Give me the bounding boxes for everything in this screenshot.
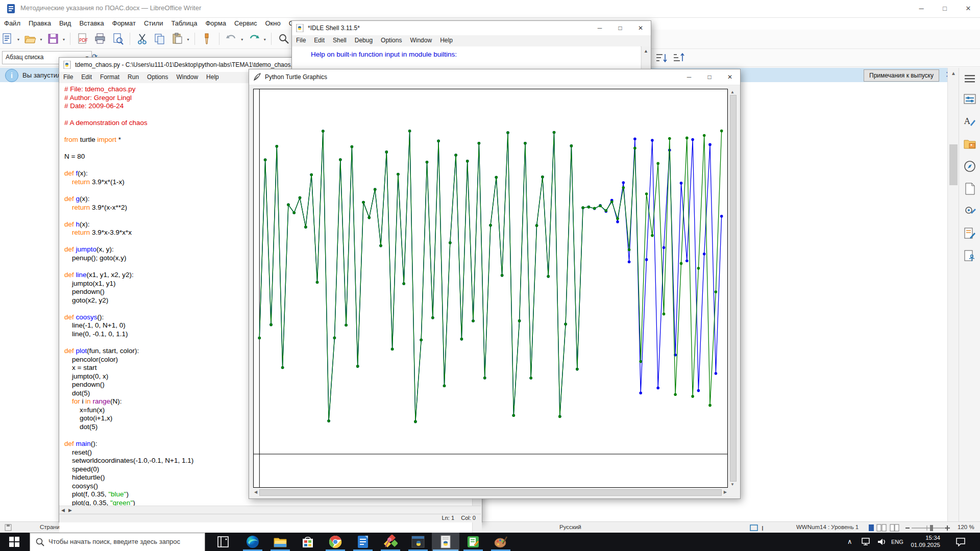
accessibility-check-icon[interactable] [963,249,976,263]
scroll-up-icon[interactable]: ▲ [730,90,734,94]
cut-icon[interactable] [135,32,150,46]
copy-icon[interactable] [153,32,167,46]
idle-menu-2[interactable]: Shell [329,35,351,45]
turtle-minimize-button[interactable]: ─ [679,69,699,85]
taskbar-app-file-explorer[interactable] [266,533,294,551]
idle-menu-3[interactable]: Debug [351,35,377,45]
writer-menu-1[interactable]: Правка [24,18,55,29]
scrollbar-thumb[interactable] [730,95,737,482]
navigator-icon[interactable] [963,160,976,173]
print-preview-icon[interactable] [111,32,125,46]
turtle-titlebar[interactable]: Python Turtle Graphics ─ □ ✕ [249,69,740,85]
idle-scrollbar[interactable]: ▲ [641,46,651,69]
turtle-close-button[interactable]: ✕ [720,69,740,85]
editor-menu-5[interactable]: Window [172,72,202,82]
idle-titlebar[interactable]: *IDLE Shell 3.11.5* ─ □ ✕ [292,21,651,36]
writer-menu-4[interactable]: Формат [108,18,140,29]
sort-ascending-icon[interactable] [655,52,668,64]
status-list-level[interactable]: WWNum14 : Уровень 1 [796,524,859,530]
action-center-icon[interactable] [955,537,966,546]
scroll-up-icon[interactable]: ▲ [644,48,648,54]
scroll-left-icon[interactable]: ◀ [61,508,65,513]
writer-menu-5[interactable]: Стили [140,18,167,29]
taskbar-app-python-console[interactable] [404,533,432,551]
taskbar-app-idle-editor[interactable] [432,533,459,551]
writer-menu-2[interactable]: Вид [55,18,76,29]
export-pdf-icon[interactable]: PDF [76,32,90,46]
idle-menu-6[interactable]: Help [436,35,457,45]
writer-minimize-button[interactable]: ─ [910,0,933,17]
save-icon[interactable]: ▾ [46,32,65,46]
editor-menu-3[interactable]: Run [124,72,143,82]
editor-menu-2[interactable]: Format [96,72,124,82]
scrollbar-thumb[interactable] [259,489,722,496]
idle-shell-content[interactable]: Help on built-in function input in modul… [292,46,641,69]
writer-close-button[interactable]: ✕ [957,0,980,17]
writer-menu-6[interactable]: Таблица [167,18,201,29]
taskbar-app-chrome[interactable] [322,533,349,551]
idle-menu-5[interactable]: Window [406,35,436,45]
page-icon[interactable] [963,182,976,195]
style-inspector-icon[interactable] [963,205,976,218]
sidebar-settings-icon[interactable] [963,72,976,85]
taskbar-app-edge[interactable] [239,533,266,551]
idle-menu-0[interactable]: File [292,35,310,45]
editor-horizontal-scrollbar[interactable]: ◀ ▶ [59,506,481,514]
task-view-button[interactable] [209,533,237,551]
taskbar-search[interactable]: Чтобы начать поиск, введите здесь запрос [30,533,205,551]
turtle-canvas[interactable] [253,89,728,488]
writer-menu-3[interactable]: Вставка [75,18,108,29]
writer-menu-8[interactable]: Сервис [230,18,261,29]
taskbar-app-store[interactable] [294,533,322,551]
scroll-up-icon[interactable]: ▲ [949,70,958,76]
network-icon[interactable] [862,538,872,546]
scroll-left-icon[interactable]: ◀ [254,490,257,494]
editor-menu-6[interactable]: Help [202,72,223,82]
editor-menu-0[interactable]: File [59,72,77,82]
writer-menu-7[interactable]: Форма [201,18,230,29]
zoom-slider[interactable] [904,523,953,532]
clone-formatting-icon[interactable] [200,32,214,46]
scroll-right-icon[interactable]: ▶ [68,508,72,513]
writer-menu-0[interactable]: Файл [0,18,24,29]
idle-minimize-button[interactable]: ─ [590,21,610,35]
selection-mode-icon[interactable]: I [749,524,770,532]
release-notes-button[interactable]: Примечания к выпуску [864,69,939,82]
writer-restore-button[interactable]: □ [933,0,957,17]
taskbar-app-writer[interactable] [349,533,377,551]
sort-descending-icon[interactable] [673,52,685,64]
idle-menu-4[interactable]: Options [377,35,406,45]
language-indicator[interactable]: ENG [891,533,903,551]
manage-changes-icon[interactable] [963,227,976,240]
status-language[interactable]: Русский [559,524,581,530]
idle-menu-1[interactable]: Edit [310,35,329,45]
taskbar-app-python-pinwheel[interactable] [377,533,404,551]
scrollbar-thumb[interactable] [949,144,958,185]
paste-icon[interactable]: ▾ [170,32,190,46]
taskbar-app-notes[interactable] [459,533,487,551]
open-icon[interactable]: ▾ [23,32,42,46]
scroll-down-icon[interactable]: ▼ [730,482,734,487]
editor-menu-1[interactable]: Edit [77,72,96,82]
start-button[interactable] [0,533,30,551]
view-layout-icons[interactable] [868,523,901,532]
turtle-horizontal-scrollbar[interactable]: ◀ ▶ [253,488,728,496]
styles-icon[interactable]: A [963,115,976,128]
taskbar-app-turtle-palette[interactable] [487,533,514,551]
redo-icon[interactable]: ▾ [247,32,266,46]
find-replace-icon[interactable] [277,32,291,46]
turtle-vertical-scrollbar[interactable]: ▲ ▼ [729,89,737,488]
properties-icon[interactable] [963,92,976,106]
writer-titlebar[interactable]: Методические указания по ПОАС.docx — Lib… [0,0,980,18]
editor-menu-4[interactable]: Options [143,72,172,82]
gallery-icon[interactable] [963,137,976,151]
idle-close-button[interactable]: ✕ [630,21,651,35]
print-icon[interactable] [93,32,107,46]
writer-menu-9[interactable]: Окно [261,18,284,29]
new-document-icon[interactable]: ▾ [1,32,20,46]
document-scrollbar[interactable]: ▲ [947,68,959,521]
idle-maximize-button[interactable]: □ [610,21,630,35]
turtle-maximize-button[interactable]: □ [699,69,720,85]
undo-icon[interactable]: ▾ [224,32,243,46]
volume-icon[interactable] [877,537,887,546]
